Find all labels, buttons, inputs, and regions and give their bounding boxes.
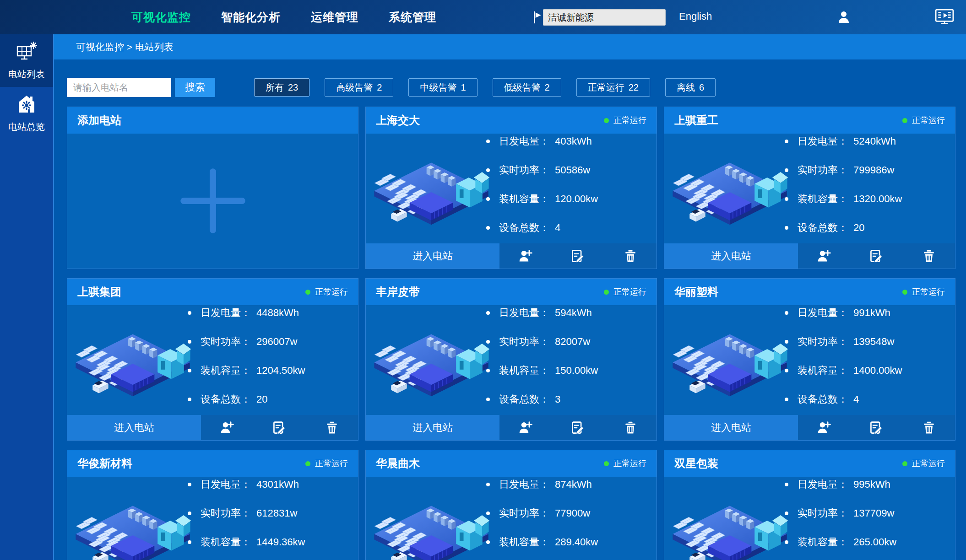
metric-value: 3 [555, 393, 560, 405]
edit-station-button[interactable] [569, 247, 587, 265]
bullet-icon [188, 398, 191, 401]
metric-label: 设备总数： [798, 221, 848, 235]
sidebar-item-station-overview[interactable]: 电站总览 [0, 87, 53, 140]
add-user-button[interactable] [516, 419, 535, 437]
org-search-input[interactable] [543, 9, 666, 26]
add-user-button[interactable] [815, 419, 833, 437]
bullet-icon [188, 340, 191, 344]
station-search-input[interactable] [67, 78, 171, 97]
status-text: 正常运行 [912, 115, 945, 126]
language-switch[interactable]: English [679, 11, 712, 22]
bullet-icon [785, 369, 788, 372]
search-button[interactable]: 搜索 [175, 78, 215, 97]
metric-value: 4301kWh [256, 479, 299, 490]
add-user-button[interactable] [516, 247, 535, 265]
metric-realtime-power: 实时功率： 137709w [785, 499, 950, 528]
edit-station-button[interactable] [569, 419, 587, 437]
filter-all[interactable]: 所有 23 [254, 78, 309, 97]
metric-label: 设备总数： [499, 393, 549, 406]
bullet-icon [486, 311, 490, 315]
bullet-icon [188, 540, 191, 544]
filter-low-alarm[interactable]: 低级告警 2 [493, 78, 561, 97]
nav-item-visual-monitoring[interactable]: 可视化监控 [131, 10, 191, 25]
add-user-button[interactable] [815, 247, 833, 265]
metric-label: 装机容量： [201, 535, 251, 549]
bullet-icon [188, 369, 191, 372]
edit-station-button[interactable] [867, 419, 885, 437]
card-actions [499, 243, 657, 269]
metric-value: 20 [256, 393, 267, 405]
status-badge: 正常运行 [305, 458, 348, 469]
metric-value: 1320.00kw [853, 193, 902, 205]
metric-list: 日发电量： 995kWh 实时功率： 137709w 装机容量： 265.00k… [785, 470, 950, 560]
enter-station-button[interactable]: 进入电站 [664, 243, 798, 269]
edit-icon [570, 258, 585, 265]
add-user-button[interactable] [218, 419, 236, 437]
metric-label: 实时功率： [499, 163, 549, 177]
station-3d-illustration [671, 317, 789, 404]
edit-station-button[interactable] [867, 247, 885, 265]
metric-installed-capacity: 装机容量： 289.40kw [486, 528, 652, 556]
add-user-icon [220, 430, 234, 436]
bullet-icon [486, 540, 490, 544]
metric-device-count: 设备总数： 20 [188, 385, 353, 414]
station-card: 上骐重工 正常运行 日发电量： 5240kWh 实时功率： 799986w [664, 107, 955, 269]
metric-device-count: 设备总数： 20 [785, 213, 950, 242]
filter-mid-alarm[interactable]: 中级告警 1 [408, 78, 477, 97]
delete-station-button[interactable] [621, 247, 640, 265]
metric-label: 实时功率： [201, 506, 251, 520]
station-name: 丰岸皮带 [376, 285, 420, 299]
metric-value: 1449.36kw [256, 536, 305, 548]
metric-value: 991kWh [853, 307, 890, 319]
status-badge: 正常运行 [604, 115, 646, 126]
enter-station-button[interactable]: 进入电站 [366, 243, 499, 269]
bullet-icon [486, 340, 490, 344]
metric-label: 装机容量： [499, 364, 549, 377]
nav-item-system-management[interactable]: 系统管理 [389, 10, 436, 25]
metric-label: 日发电量： [499, 306, 549, 320]
solar-panel-icon [16, 42, 38, 64]
metric-label: 实时功率： [201, 335, 251, 349]
filter-high-alarm[interactable]: 高级告警 2 [325, 78, 393, 97]
nav-item-intelligent-analysis[interactable]: 智能化分析 [221, 10, 281, 25]
card-body: 日发电量： 4301kWh 实时功率： 612831w 装机容量： 1449.3… [67, 477, 358, 560]
content: 搜索 所有 23 高级告警 2 中级告警 1 低级告警 2 正常运行 22 [54, 59, 966, 560]
nav-item-ops-management[interactable]: 运维管理 [311, 10, 358, 25]
metric-label: 日发电量： [201, 478, 251, 491]
metric-daily-energy: 日发电量： 5240kWh [785, 127, 950, 156]
filter-label: 高级告警 [336, 81, 373, 94]
main-nav: 可视化监控 智能化分析 运维管理 系统管理 [131, 0, 436, 34]
card-footer: 进入电站 [664, 243, 955, 269]
metric-list: 日发电量： 403kWh 实时功率： 50586w 装机容量： 120.00kw… [486, 127, 652, 242]
metric-list: 日发电量： 991kWh 实时功率： 139548w 装机容量： 1400.00… [785, 298, 950, 414]
big-screen-icon[interactable] [935, 8, 954, 26]
metric-value: 5240kWh [853, 135, 896, 147]
filter-count: 22 [629, 82, 639, 93]
add-station-button[interactable] [67, 134, 358, 269]
sidebar-item-label: 电站列表 [8, 68, 45, 81]
enter-station-button[interactable]: 进入电站 [664, 415, 798, 440]
sidebar-item-station-list[interactable]: 电站列表 [0, 34, 53, 87]
edit-station-button[interactable] [270, 419, 288, 437]
bullet-icon [785, 512, 788, 515]
delete-station-button[interactable] [920, 247, 938, 265]
card-body: 日发电量： 991kWh 实时功率： 139548w 装机容量： 1400.00… [664, 305, 955, 416]
delete-station-button[interactable] [920, 419, 938, 437]
add-user-icon [817, 430, 831, 436]
card-body: 日发电量： 5240kWh 实时功率： 799986w 装机容量： 1320.0… [664, 134, 955, 244]
delete-station-button[interactable] [621, 419, 640, 437]
metric-installed-capacity: 装机容量： 1320.00kw [785, 184, 950, 213]
enter-station-button[interactable]: 进入电站 [366, 415, 499, 440]
filter-normal[interactable]: 正常运行 22 [576, 78, 650, 97]
status-text: 正常运行 [613, 458, 646, 469]
filter-offline[interactable]: 离线 6 [665, 78, 716, 97]
bullet-icon [486, 226, 490, 230]
enter-station-button[interactable]: 进入电站 [67, 415, 201, 440]
station-card: 上骐集团 正常运行 日发电量： 4488kWh 实时功率： 296007w [67, 278, 358, 441]
sidebar: 电站列表 电站总览 [0, 34, 54, 560]
metric-installed-capacity: 装机容量： 1449.36kw [188, 528, 353, 556]
user-icon[interactable] [837, 10, 851, 24]
delete-station-button[interactable] [323, 419, 341, 437]
metric-label: 实时功率： [499, 335, 549, 349]
edit-icon [570, 430, 585, 436]
